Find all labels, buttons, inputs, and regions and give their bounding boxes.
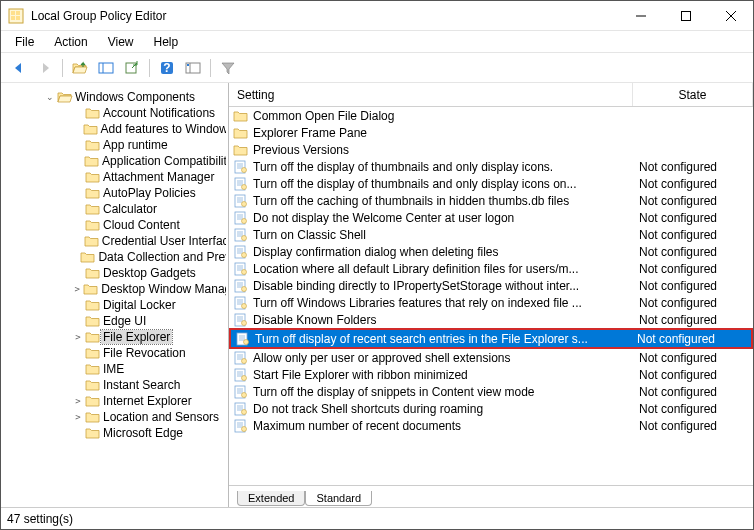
setting-state: Not configured [631, 332, 751, 346]
menu-help[interactable]: Help [146, 33, 187, 51]
list-item[interactable]: Display confirmation dialog when deletin… [229, 243, 753, 260]
filter-button[interactable] [216, 56, 240, 80]
minimize-button[interactable] [618, 1, 663, 31]
tree-pane[interactable]: ⌄ Windows Components Account Notificatio… [1, 83, 229, 507]
tree-node-label: Location and Sensors [101, 410, 221, 424]
list-item[interactable]: Previous Versions [229, 141, 753, 158]
menu-view[interactable]: View [100, 33, 142, 51]
expand-icon[interactable]: > [71, 284, 83, 294]
setting-name: Maximum number of recent documents [249, 419, 633, 433]
setting-name: Location where all default Library defin… [249, 262, 633, 276]
up-button[interactable] [68, 56, 92, 80]
tree-node[interactable]: Edge UI [3, 313, 226, 329]
list-item[interactable]: Turn off the display of snippets in Cont… [229, 383, 753, 400]
tree-node[interactable]: Add features to Windows 10 [3, 121, 226, 137]
svg-rect-14 [99, 63, 113, 73]
policy-icon [233, 194, 249, 208]
setting-state: Not configured [633, 385, 753, 399]
setting-name: Do not track Shell shortcuts during roam… [249, 402, 633, 416]
tree-node[interactable]: >Desktop Window Manager [3, 281, 226, 297]
list-item[interactable]: Disable binding directly to IPropertySet… [229, 277, 753, 294]
policy-icon [233, 262, 249, 276]
setting-name: Turn off the display of thumbnails and o… [249, 160, 633, 174]
tree-node-root[interactable]: ⌄ Windows Components [3, 89, 226, 105]
app-icon [7, 7, 25, 25]
list-item[interactable]: Explorer Frame Pane [229, 124, 753, 141]
tree-node[interactable]: Data Collection and Preview Builds [3, 249, 226, 265]
list-item[interactable]: Common Open File Dialog [229, 107, 753, 124]
folder-icon [80, 250, 96, 264]
expand-icon[interactable]: > [71, 396, 85, 406]
list-item[interactable]: Maximum number of recent documentsNot co… [229, 417, 753, 434]
policy-icon [233, 368, 249, 382]
maximize-button[interactable] [663, 1, 708, 31]
list-item[interactable]: Turn off Windows Libraries features that… [229, 294, 753, 311]
collapse-icon[interactable]: ⌄ [43, 92, 57, 102]
setting-state: Not configured [633, 296, 753, 310]
list-item[interactable]: Turn off display of recent search entrie… [229, 328, 753, 349]
expand-icon[interactable]: > [71, 412, 85, 422]
tree-node[interactable]: Credential User Interface [3, 233, 226, 249]
close-button[interactable] [708, 1, 753, 31]
tree-node[interactable]: >Location and Sensors [3, 409, 226, 425]
tree-node[interactable]: >File Explorer [3, 329, 226, 345]
tree-node-label: Digital Locker [101, 298, 178, 312]
tree-node-label: Account Notifications [101, 106, 217, 120]
column-state[interactable]: State [633, 83, 753, 106]
setting-name: Disable binding directly to IPropertySet… [249, 279, 633, 293]
list-item[interactable]: Turn off the caching of thumbnails in hi… [229, 192, 753, 209]
setting-state: Not configured [633, 262, 753, 276]
tree-node[interactable]: >Internet Explorer [3, 393, 226, 409]
tree-node[interactable]: Attachment Manager [3, 169, 226, 185]
folder-icon [83, 122, 99, 136]
list-item[interactable]: Turn on Classic ShellNot configured [229, 226, 753, 243]
tree-node-label: Desktop Gadgets [101, 266, 198, 280]
tab-extended[interactable]: Extended [237, 491, 305, 506]
menu-file[interactable]: File [7, 33, 42, 51]
tree-node[interactable]: Desktop Gadgets [3, 265, 226, 281]
column-setting[interactable]: Setting [229, 83, 633, 106]
expand-icon[interactable]: > [71, 332, 85, 342]
policy-icon [233, 177, 249, 191]
tree-node-label: Edge UI [101, 314, 148, 328]
folder-icon [233, 109, 249, 123]
properties-button[interactable] [181, 56, 205, 80]
setting-state: Not configured [633, 194, 753, 208]
tree-node[interactable]: Digital Locker [3, 297, 226, 313]
tab-standard[interactable]: Standard [305, 491, 372, 506]
tree-node[interactable]: Cloud Content [3, 217, 226, 233]
setting-state: Not configured [633, 402, 753, 416]
list-item[interactable]: Do not track Shell shortcuts during roam… [229, 400, 753, 417]
tree-node[interactable]: Instant Search [3, 377, 226, 393]
tree-node[interactable]: AutoPlay Policies [3, 185, 226, 201]
tree-node-label: Add features to Windows 10 [99, 122, 226, 136]
folder-icon [233, 143, 249, 157]
list-item[interactable]: Start File Explorer with ribbon minimize… [229, 366, 753, 383]
tree-node[interactable]: File Revocation [3, 345, 226, 361]
settings-list[interactable]: Common Open File DialogExplorer Frame Pa… [229, 107, 753, 485]
help-button[interactable]: ? [155, 56, 179, 80]
tree-node[interactable]: Calculator [3, 201, 226, 217]
list-item[interactable]: Allow only per user or approved shell ex… [229, 349, 753, 366]
setting-state: Not configured [633, 211, 753, 225]
list-item[interactable]: Turn off the display of thumbnails and o… [229, 175, 753, 192]
list-item[interactable]: Location where all default Library defin… [229, 260, 753, 277]
export-list-button[interactable] [120, 56, 144, 80]
back-button[interactable] [7, 56, 31, 80]
folder-icon [85, 170, 101, 184]
folder-icon [85, 202, 101, 216]
tree-node-label: Calculator [101, 202, 159, 216]
list-item[interactable]: Disable Known FoldersNot configured [229, 311, 753, 328]
forward-button[interactable] [33, 56, 57, 80]
tree-node[interactable]: Account Notifications [3, 105, 226, 121]
tree-node[interactable]: App runtime [3, 137, 226, 153]
folder-icon [85, 218, 101, 232]
list-item[interactable]: Do not display the Welcome Center at use… [229, 209, 753, 226]
setting-state: Not configured [633, 228, 753, 242]
tree-node[interactable]: Application Compatibility [3, 153, 226, 169]
list-item[interactable]: Turn off the display of thumbnails and o… [229, 158, 753, 175]
show-hide-tree-button[interactable] [94, 56, 118, 80]
tree-node[interactable]: Microsoft Edge [3, 425, 226, 441]
menu-action[interactable]: Action [46, 33, 95, 51]
tree-node[interactable]: IME [3, 361, 226, 377]
